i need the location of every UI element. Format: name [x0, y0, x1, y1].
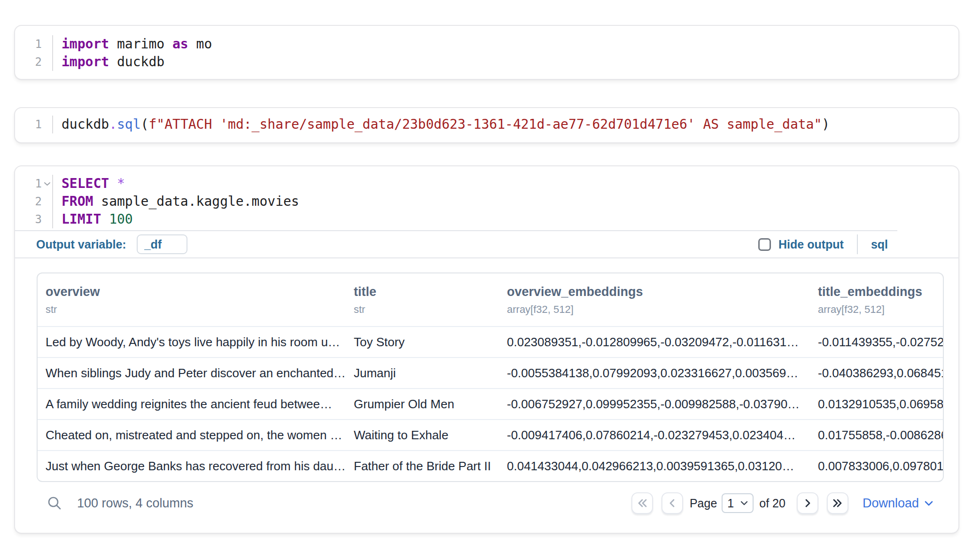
- page-select-value: 1: [727, 497, 734, 510]
- code-line: LIMIT 100: [62, 210, 299, 228]
- download-label: Download: [863, 496, 919, 511]
- table-cell: Grumpier Old Men: [346, 397, 499, 412]
- table-row: Just when George Banks has recovered fro…: [38, 450, 943, 481]
- output-variable-label: Output variable:: [36, 238, 126, 251]
- code-cell-imports: 12 import marimo as moimport duckdb: [14, 25, 959, 80]
- line-number: 1: [15, 175, 52, 193]
- hide-output-checkbox[interactable]: [758, 238, 771, 251]
- line-number: 3: [15, 210, 52, 228]
- search-icon[interactable]: [44, 493, 65, 513]
- line-number-gutter: 1: [15, 116, 52, 133]
- column-type: str: [46, 303, 342, 316]
- dataframe-table: overviewstrtitlestroverview_embeddingsar…: [37, 272, 944, 482]
- table-footer: 100 rows, 4 columns Page 1 of 2: [37, 490, 958, 517]
- column-header-overview_embeddings[interactable]: overview_embeddingsarray[f32, 512]: [499, 285, 810, 316]
- language-tag[interactable]: sql: [871, 238, 888, 251]
- line-number: 1: [15, 116, 52, 133]
- table-cell: -0.006752927,0.099952355,-0.009982588,-0…: [499, 397, 810, 412]
- table-cell: Just when George Banks has recovered fro…: [38, 459, 346, 474]
- table-row: Led by Woody, Andy's toys live happily i…: [38, 326, 943, 357]
- page-total-label: of 20: [759, 497, 786, 510]
- line-number: 2: [15, 193, 52, 210]
- table-row: When siblings Judy and Peter discover an…: [38, 357, 943, 388]
- last-page-button[interactable]: [827, 492, 848, 514]
- code-editor[interactable]: import marimo as moimport duckdb: [52, 35, 212, 71]
- table-cell: 0.023089351,-0.012809965,-0.03209472,-0.…: [499, 335, 810, 350]
- table-header-row: overviewstrtitlestroverview_embeddingsar…: [38, 273, 943, 326]
- previous-page-button[interactable]: [661, 492, 683, 514]
- page-label: Page: [690, 497, 717, 510]
- table-cell: 0.041433044,0.042966213,0.0039591365,0.0…: [499, 459, 810, 474]
- table-cell: 0.01755858,-0.00862864: [810, 428, 943, 443]
- table-cell: When siblings Judy and Peter discover an…: [38, 366, 346, 381]
- code-editor[interactable]: duckdb.sql(f"ATTACH 'md:_share/sample_da…: [52, 116, 830, 133]
- pagination: Page 1 of 20 Download: [631, 492, 933, 514]
- table-cell: 0.0132910535,0.069585: [810, 397, 943, 412]
- table-cell: -0.040386293,0.0684511: [810, 366, 943, 381]
- code-line: duckdb.sql(f"ATTACH 'md:_share/sample_da…: [62, 116, 830, 133]
- sql-cell: 123 SELECT *FROM sample_data.kaggle.movi…: [14, 165, 959, 534]
- table-cell: Cheated on, mistreated and stepped on, t…: [38, 428, 346, 443]
- table-cell: 0.007833006,0.0978013: [810, 459, 943, 474]
- table-cell: -0.009417406,0.07860214,-0.023279453,0.0…: [499, 428, 810, 443]
- code-line: import duckdb: [62, 53, 212, 71]
- column-header-title_embeddings[interactable]: title_embeddingsarray[f32, 512]: [810, 285, 943, 316]
- sql-editor[interactable]: SELECT *FROM sample_data.kaggle.moviesLI…: [52, 175, 299, 228]
- column-header-title[interactable]: titlestr: [346, 285, 499, 316]
- column-header-overview[interactable]: overviewstr: [38, 285, 346, 316]
- table-cell: A family wedding reignites the ancient f…: [38, 397, 346, 412]
- column-type: str: [354, 303, 495, 316]
- line-number-gutter: 123: [15, 175, 52, 228]
- chevron-down-icon: [740, 501, 748, 506]
- next-page-button[interactable]: [797, 492, 818, 514]
- code-line: SELECT *: [62, 175, 299, 193]
- line-number-gutter: 12: [15, 35, 52, 71]
- table-row: Cheated on, mistreated and stepped on, t…: [38, 419, 943, 450]
- divider: [857, 234, 858, 254]
- hide-output-label[interactable]: Hide output: [778, 238, 844, 251]
- row-count-summary: 100 rows, 4 columns: [77, 496, 194, 511]
- output-variable-bar: Output variable: Hide output sql: [15, 231, 958, 257]
- line-number: 1: [15, 35, 52, 53]
- code-line: import marimo as mo: [62, 35, 212, 53]
- table-cell: Led by Woody, Andy's toys live happily i…: [38, 335, 346, 350]
- page-select[interactable]: 1: [722, 493, 754, 513]
- code-line: FROM sample_data.kaggle.movies: [62, 193, 299, 210]
- first-page-button[interactable]: [631, 492, 653, 514]
- chevron-down-icon: [925, 501, 933, 506]
- column-type: array[f32, 512]: [818, 303, 939, 316]
- line-number: 2: [15, 53, 52, 71]
- download-button[interactable]: Download: [863, 496, 933, 511]
- table-cell: -0.0055384138,0.07992093,0.023316627,0.0…: [499, 366, 810, 381]
- code-cell-attach: 1 duckdb.sql(f"ATTACH 'md:_share/sample_…: [14, 107, 959, 143]
- table-cell: Toy Story: [346, 335, 499, 350]
- output-variable-input[interactable]: [137, 234, 187, 254]
- table-cell: Father of the Bride Part II: [346, 459, 499, 474]
- table-row: A family wedding reignites the ancient f…: [38, 388, 943, 419]
- column-type: array[f32, 512]: [507, 303, 806, 316]
- fold-icon[interactable]: [44, 182, 51, 186]
- table-cell: Waiting to Exhale: [346, 428, 499, 443]
- table-cell: -0.011439355,-0.0275272: [810, 335, 943, 350]
- table-cell: Jumanji: [346, 366, 499, 381]
